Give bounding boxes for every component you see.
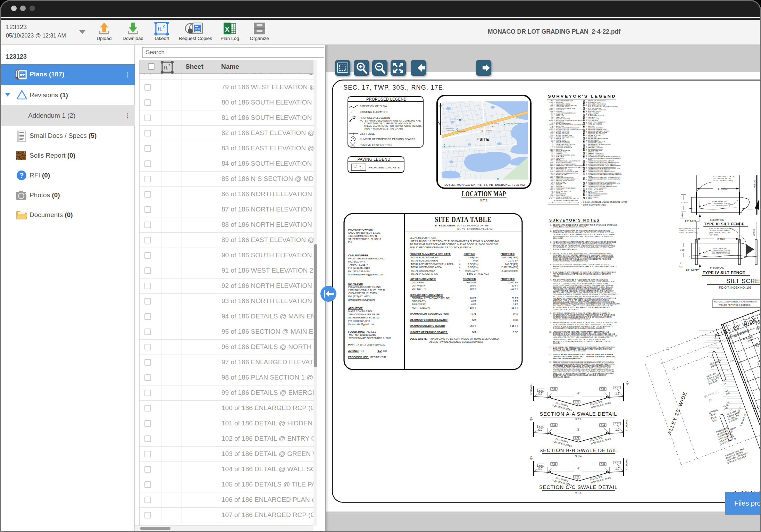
svg-text:SURVEYOR'S NOTES: SURVEYOR'S NOTES [549, 218, 600, 222]
svg-text:PERIMETER BEARINGS AND DISTANC: PERIMETER BEARINGS AND DISTANCES ARE ALS… [553, 266, 617, 267]
svg-text:SILT SCREEN: SILT SCREEN [726, 278, 761, 284]
svg-text:THUS CONSTITUTES NEITHER A GUA: THUS CONSTITUTES NEITHER A GUARANTEE NOR… [553, 327, 605, 329]
svg-text:FX: (813) 251-0179: FX: (813) 251-0179 [348, 270, 370, 273]
svg-text:EASEMENTS, DEEDS, ETC., WAS PE: EASEMENTS, DEEDS, ETC., WAS PERFORMED BY… [553, 337, 610, 339]
svg-text:THIS SURVEY IS NOT INTENDED TO: THIS SURVEY IS NOT INTENDED TO SHOW THE … [553, 272, 616, 273]
svg-text:MAP NO: 12103C0226G: MAP NO: 12103C0226G [349, 334, 376, 336]
svg-text:50 FT: 50 FT [470, 284, 476, 287]
svg-text:GOVERNMENTAL AGENCY HAVING JUR: GOVERNMENTAL AGENCY HAVING JURISDICTION … [553, 294, 619, 296]
svg-text:NOTE: ALL DISTURBED AREAS WITH: NOTE: ALL DISTURBED AREAS WITHIN R/ [714, 300, 757, 303]
svg-text:POINT OF ELEVATION: POINT OF ELEVATION [556, 196, 571, 198]
svg-text:SECTION C-C SWALE DETAIL: SECTION C-C SWALE DETAIL [539, 484, 618, 490]
svg-text:x: x [477, 138, 479, 141]
svg-text:6 FT: 6 FT [513, 303, 518, 306]
svg-text:MAXIMUM FLOOR/AREA RATIO:: MAXIMUM FLOOR/AREA RATIO: [410, 319, 448, 322]
svg-text:REQUIRED: REQUIRED [463, 278, 476, 281]
svg-text:ST. PETERSBURG, FL 33716: ST. PETERSBURG, FL 33716 [348, 238, 381, 241]
svg-text:PROPOSED USE:: PROPOSED USE: [348, 356, 369, 359]
svg-text:10.: 10. [549, 331, 552, 333]
svg-text:STEEL 1.33 LBS/FT. MIN.): STEEL 1.33 LBS/FT. MIN.) [679, 232, 698, 234]
svg-text:6' MAX.: 6' MAX. [718, 187, 728, 190]
svg-text:BLOCK 10: BLOCK 10 [704, 390, 719, 399]
svg-text:SIDE(EAST): SIDE(EAST) [412, 300, 426, 303]
svg-text:FDOT SPEC.: FDOT SPEC. [709, 234, 719, 236]
svg-text:50 FT: 50 FT [511, 284, 518, 287]
svg-text:4.50: 4.50 [615, 386, 619, 389]
svg-text:Brighton Bay: Brighton Bay [446, 129, 454, 131]
svg-text:Carland Brighton Bay: Carland Brighton Bay [450, 118, 463, 120]
svg-text:x: x [756, 439, 758, 441]
svg-text:RU: RU [383, 350, 387, 352]
svg-text:STRUCTURES OR FOUNDATIONS. UND: STRUCTURES OR FOUNDATIONS. UNDERGROUND U… [553, 245, 615, 247]
svg-text:2 SP: 2 SP [513, 331, 518, 334]
svg-text:1.5': 1.5' [615, 392, 620, 395]
svg-text:2165 SUNNYDALE BLVD. STE D.: 2165 SUNNYDALE BLVD. STE D. [348, 289, 386, 292]
svg-text:DESIGNATION GANDY E HAVING AN: DESIGNATION GANDY E HAVING AN ELEVATION … [553, 356, 615, 358]
svg-text:1.0': 1.0' [615, 428, 620, 431]
svg-text:N.T.S.: N.T.S. [575, 418, 582, 421]
svg-text:NUMBER OF PROPOSED PARKING: NUMBER OF PROPOSED PARKING SPACES [360, 138, 415, 141]
svg-text:Crab Shack: Crab Shack [485, 130, 492, 131]
svg-text:OF ANY UNDERGROUND UTILITIES,: OF ANY UNDERGROUND UTILITIES, ENCROACHME… [553, 243, 612, 245]
svg-text:REMOVE EXISTING TREE: REMOVE EXISTING TREE [360, 143, 392, 147]
svg-text:DIRECTION. ALL TREE LOCATIONS: DIRECTION. ALL TREE LOCATIONS SHOULD BE … [553, 374, 607, 376]
svg-text:MAXIMUM LOT COVERAGE (ISR):: MAXIMUM LOT COVERAGE (ISR): [410, 313, 449, 315]
svg-text:0 SF(100%): 0 SF(100%) [465, 269, 478, 272]
svg-text:TOTAL BUILDING (GFA): TOTAL BUILDING (GFA) [411, 259, 438, 262]
svg-text:PROPOSED: PROPOSED [501, 253, 515, 256]
svg-text:2,312 SF(42%): 2,312 SF(42%) [501, 266, 518, 269]
svg-text:ZONING:: ZONING: [348, 350, 359, 352]
svg-text:TO THE PLAT THEREOF AS RECORDE: TO THE PLAT THEREOF AS RECORDED IN PLAT … [410, 243, 499, 246]
svg-text:TO BE AN EXPRESSION OF A PROFE: TO BE AN EXPRESSION OF A PROFESSIONAL OP… [553, 324, 612, 326]
svg-text:EXISTING ELEVATION: EXISTING ELEVATION [360, 110, 387, 114]
svg-text:8': 8' [680, 263, 681, 264]
svg-text:NUMBER OF PARKING SPACES:: NUMBER OF PARKING SPACES: [410, 331, 448, 334]
svg-text:VISIBLE SURFACE EVIDENCE.: VISIBLE SURFACE EVIDENCE. [553, 249, 577, 250]
svg-text:2.: 2. [550, 230, 552, 232]
svg-text:=: = [586, 198, 587, 199]
svg-text:4.40: 4.40 [539, 464, 543, 466]
svg-text:=: = [459, 256, 460, 259]
svg-text:CONFORMANCE WITH: CONFORMANCE WITH [712, 250, 730, 252]
svg-text:SIDE(WEST): SIDE(WEST) [412, 303, 426, 306]
svg-text:=: = [459, 269, 460, 272]
svg-text:AT BOTTOM OF CURB FACE. A: AT BOTTOM OF CURB FACE. ADD 0.5' TO [364, 122, 412, 125]
svg-text:ALONG R/W ON ASSIGNED COLLECTI: ALONG R/W ON ASSIGNED COLLECTION DAY. [429, 341, 484, 343]
svg-text:UNLESS OTHERWISE INDICATED, TH: UNLESS OTHERWISE INDICATED, THE PROPERTY… [553, 331, 609, 333]
svg-text:1': 1' [731, 434, 733, 436]
svg-text:USER THAT "THIS MAP IS FOR USE: USER THAT "THIS MAP IS FOR USE IN ADMINI… [553, 299, 609, 301]
svg-text:PROTECTED SPECIES (INCLUDING O: PROTECTED SPECIES (INCLUDING ORNAMENTALS… [553, 365, 611, 367]
svg-text:PUBLIC RECORDS OF PINELLAS COU: PUBLIC RECORDS OF PINELLAS COUNTY, FLORI… [410, 246, 471, 249]
svg-text:(IF SHOWN HEREON) ARE BASED UP: (IF SHOWN HEREON) ARE BASED UPON UTILITY… [553, 247, 613, 249]
svg-text:STEEL 1.33 LBS/FT. MIN.): STEEL 1.33 LBS/FT. MIN.) [713, 180, 733, 182]
svg-text:11.: 11. [550, 347, 552, 348]
svg-text:SITE DATA TABLE: SITE DATA TABLE [435, 216, 492, 223]
svg-text:x: x [736, 383, 737, 385]
svg-text:STEMWALL: STEMWALL [530, 383, 532, 395]
svg-text:AE, EL.9: AE, EL.9 [367, 331, 376, 333]
svg-text:x: x [552, 201, 553, 203]
svg-text:1.0': 1.0' [538, 428, 543, 431]
svg-text:=: = [459, 263, 460, 266]
svg-text:4.4: 4.4 [717, 347, 720, 350]
svg-text:BEARINGS ARE BASED ON THE NORT: BEARINGS ARE BASED ON THE NORTHWEST RIGH… [553, 224, 617, 226]
svg-text:NOTED.: NOTED. [553, 268, 559, 269]
svg-text:0 SF(0%): 0 SF(0%) [468, 263, 478, 266]
svg-text:INFORMATION SHOULD BE VERIFIED: INFORMATION SHOULD BE VERIFIED WITH THE … [553, 316, 612, 318]
svg-text:WILL BE REPAIRED & SODDED.: WILL BE REPAIRED & SODDED. [719, 304, 751, 306]
svg-text:21 FT: 21 FT [511, 307, 518, 309]
svg-text:G a n d y: G a n d y [466, 140, 471, 142]
svg-text:Periclot Haang: Periclot Haang [457, 131, 466, 132]
svg-text:25.2': 25.2' [549, 198, 552, 200]
svg-text:UNDERGROUND RECLAIMED WATER WA: UNDERGROUND RECLAIMED WATER WARNING [588, 174, 621, 175]
svg-text:N/A: N/A [472, 331, 476, 334]
svg-text:TYPE III SILT FENCE: TYPE III SILT FENCE [704, 222, 745, 226]
svg-text:SEC. 985 FDOT SPEC.): SEC. 985 FDOT SPEC.) [712, 205, 730, 207]
svg-text:PH: (813) 251-0169: PH: (813) 251-0169 [348, 267, 370, 269]
svg-text:2-10": 2-10" [680, 249, 684, 251]
svg-text:NAME AND APPROXIMATE DIAMETER: NAME AND APPROXIMATE DIAMETER BREAST HIG… [553, 364, 615, 365]
svg-text:x: x [746, 411, 747, 413]
svg-text:ALLEY 20' WIDE: ALLEY 20' WIDE [667, 391, 688, 435]
svg-text:PROHIBITED.: PROHIBITED. [553, 238, 564, 239]
svg-text:8.: 8. [550, 313, 552, 314]
